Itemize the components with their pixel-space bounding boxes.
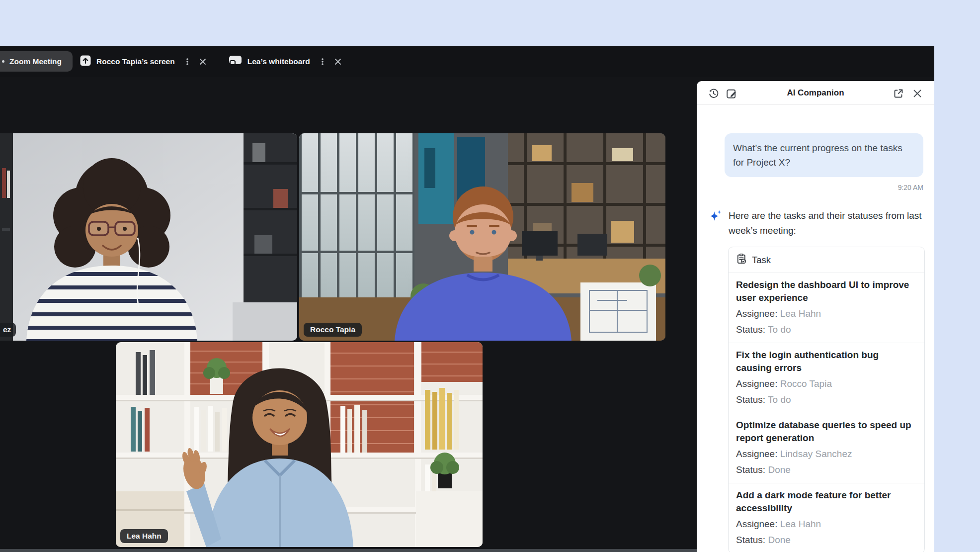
assignee-label: Assignee: (736, 519, 777, 529)
message-timestamp: 9:20 AM (709, 184, 923, 191)
whiteboard-icon (229, 55, 242, 68)
ai-companion-header: AI Companion (697, 81, 934, 105)
participant-name-tag: ez (0, 323, 16, 337)
pop-out-icon[interactable] (892, 87, 905, 100)
task-summary-card: Task Redesign the dashboard UI to improv… (728, 247, 925, 552)
status-label: Status: (736, 324, 765, 335)
task-title: Add a dark mode feature for better acces… (736, 489, 913, 515)
window-bottom-edge (0, 549, 697, 552)
task-row: Fix the login authentication bug causing… (729, 343, 924, 413)
task-card-title: Task (752, 255, 771, 266)
status-label: Status: (736, 464, 765, 475)
assignee-value: Lea Hahn (780, 519, 821, 529)
tab-rocco-screen-menu-button[interactable] (181, 55, 194, 68)
tab-rocco-screen-label: Rocco Tapia’s screen (96, 57, 175, 66)
status-label: Status: (736, 394, 765, 405)
status-value: To do (768, 324, 791, 335)
status-label: Status: (736, 535, 765, 545)
ai-response-text: Here are the tasks and their statuses fr… (729, 208, 923, 238)
task-card-header: Task (729, 247, 924, 273)
meeting-tab-bar: Zoom Meeting Rocco Tapia’s screen Lea’s … (0, 46, 934, 77)
ai-companion-sparkle-icon (709, 210, 722, 238)
participant-video-lindsay: ez (0, 133, 297, 341)
close-icon[interactable] (910, 87, 924, 100)
tab-zoom-meeting[interactable]: Zoom Meeting (0, 51, 73, 72)
task-clipboard-icon (736, 253, 747, 267)
status-value: Done (768, 535, 790, 545)
task-title: Optimize database queries to speed up re… (736, 419, 913, 445)
participant-name-tag: Lea Hahn (120, 529, 168, 543)
desktop-background: Zoom Meeting Rocco Tapia’s screen Lea’s … (0, 0, 980, 552)
user-message-bubble: What’s the current progress on the tasks… (725, 133, 923, 177)
tab-lea-whiteboard-label: Lea’s whiteboard (247, 57, 310, 66)
participant-video-rocco: Rocco Tapia (299, 133, 665, 341)
tab-lea-whiteboard-close-button[interactable] (332, 56, 344, 68)
ai-chat-thread: What’s the current progress on the tasks… (697, 105, 934, 552)
tab-rocco-screen[interactable]: Rocco Tapia’s screen (80, 55, 175, 68)
assignee-label: Assignee: (736, 308, 777, 319)
assignee-label: Assignee: (736, 378, 777, 389)
assignee-value: Rocco Tapia (780, 378, 832, 389)
active-tab-dot-icon (2, 60, 4, 63)
task-title: Fix the login authentication bug causing… (736, 349, 913, 374)
task-row: Add a dark mode feature for better acces… (729, 483, 924, 552)
tab-lea-whiteboard-menu-button[interactable] (316, 55, 329, 68)
assignee-value: Lindsay Sanchez (780, 449, 852, 459)
status-value: Done (768, 464, 790, 475)
task-row: Optimize database queries to speed up re… (729, 413, 924, 483)
tab-zoom-meeting-label: Zoom Meeting (9, 57, 62, 66)
status-value: To do (768, 394, 791, 405)
assignee-value: Lea Hahn (780, 308, 821, 319)
assignee-label: Assignee: (736, 449, 777, 459)
participant-name-tag: Rocco Tapia (304, 323, 362, 337)
share-screen-icon (80, 55, 91, 68)
participant-video-lea: Lea Hahn (116, 342, 483, 547)
tab-lea-whiteboard[interactable]: Lea’s whiteboard (229, 55, 310, 68)
tab-rocco-screen-close-button[interactable] (197, 56, 209, 68)
task-row: Redesign the dashboard UI to improve use… (729, 273, 924, 343)
task-title: Redesign the dashboard UI to improve use… (736, 278, 913, 304)
ai-companion-panel: AI Companion What’s the current progress… (697, 81, 934, 552)
